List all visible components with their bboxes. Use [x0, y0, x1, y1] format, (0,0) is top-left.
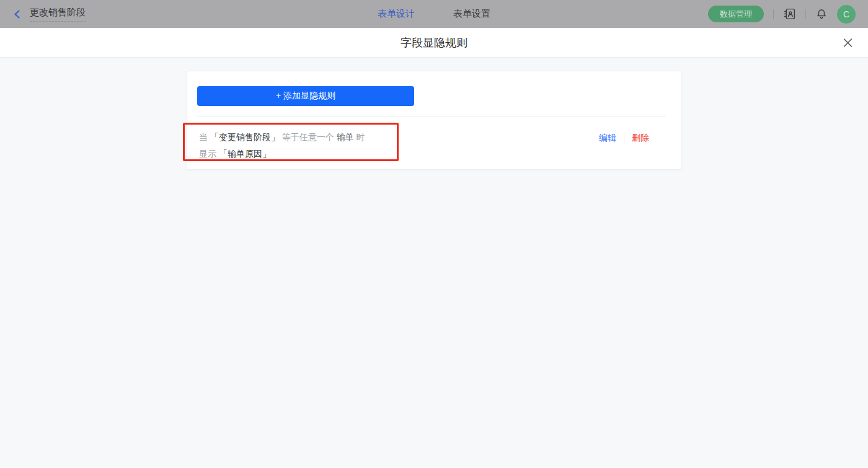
plus-icon: +	[276, 91, 281, 100]
close-icon[interactable]	[843, 37, 853, 48]
rule-description: 当 「变更销售阶段」 等于任意一个 输单 时 显示 「输单原因」	[199, 129, 365, 162]
rule-time-suffix: 时	[356, 132, 365, 142]
topbar-right: 数据管理 C	[708, 5, 856, 24]
field-visibility-modal: 字段显隐规则 + 添加显隐规则 当 「变更销售阶段」 等于任意一个 输单 时	[0, 28, 868, 468]
add-rule-label: 添加显隐规则	[283, 91, 335, 100]
rule-show-field: 「输单原因」	[219, 149, 271, 159]
topbar-tabs: 表单设计 表单设置	[378, 0, 490, 28]
modal-header: 字段显隐规则	[0, 28, 868, 58]
add-rule-button[interactable]: + 添加显隐规则	[197, 86, 414, 106]
rule-field: 「变更销售阶段」	[210, 132, 280, 142]
rule-show-prefix: 显示	[199, 149, 216, 159]
avatar[interactable]: C	[837, 5, 856, 24]
topbar-left: 更改销售阶段	[12, 7, 86, 22]
rule-condition: 等于任意一个	[282, 132, 334, 142]
avatar-letter: C	[843, 9, 849, 19]
page-title[interactable]: 更改销售阶段	[30, 7, 86, 22]
address-book-icon[interactable]	[783, 7, 796, 20]
tab-form-settings[interactable]: 表单设置	[453, 8, 490, 20]
topbar-divider	[773, 9, 774, 19]
rule-line-condition: 当 「变更销售阶段」 等于任意一个 输单 时	[199, 129, 365, 146]
card-divider	[197, 117, 666, 117]
bell-icon[interactable]	[815, 8, 828, 20]
back-button[interactable]	[12, 9, 22, 19]
actions-divider	[624, 134, 624, 143]
chevron-left-icon	[12, 9, 22, 19]
tab-form-design[interactable]: 表单设计	[378, 8, 415, 20]
edit-rule-link[interactable]: 编辑	[599, 133, 616, 144]
rule-line-action: 显示 「输单原因」	[199, 146, 365, 162]
delete-rule-link[interactable]: 删除	[632, 133, 649, 144]
rule-actions: 编辑 删除	[599, 133, 649, 144]
topbar: 更改销售阶段 表单设计 表单设置 数据管理 C	[0, 0, 868, 28]
rule-when-prefix: 当	[199, 132, 208, 142]
data-manage-button[interactable]: 数据管理	[708, 6, 764, 22]
topbar-divider	[805, 9, 806, 19]
modal-title: 字段显隐规则	[401, 35, 467, 50]
modal-body: + 添加显隐规则 当 「变更销售阶段」 等于任意一个 输单 时 显示 「输单原因…	[0, 58, 868, 467]
rule-value: 输单	[337, 132, 354, 142]
rules-card: + 添加显隐规则 当 「变更销售阶段」 等于任意一个 输单 时 显示 「输单原因…	[186, 71, 682, 170]
